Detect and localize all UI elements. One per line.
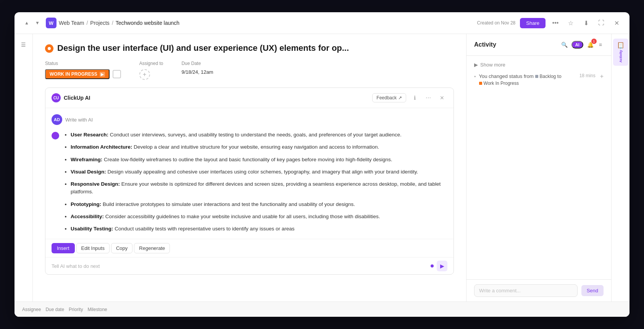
edit-inputs-button[interactable]: Edit Inputs: [76, 243, 110, 253]
nav-down-button[interactable]: ▼: [33, 18, 42, 28]
ai-panel-header: CU ClickUp AI Feedback ↗ ℹ ⋯ ✕: [45, 88, 454, 108]
created-text: Created on Nov 28: [477, 20, 516, 26]
ai-input-row: ▶: [45, 257, 454, 274]
workspace-avatar: W: [46, 18, 56, 28]
status-dot-orange: [479, 82, 482, 85]
activity-header: Activity 🔍 AI 🔔 1 ≡: [466, 34, 611, 56]
list-item: Wireframing: Create low-fidelity wirefra…: [71, 156, 447, 164]
activity-change-text: You changed status from: [479, 73, 534, 79]
show-more-button[interactable]: ▶ Show more: [474, 60, 604, 69]
close-button[interactable]: ✕: [611, 18, 622, 28]
activity-add-button[interactable]: +: [600, 73, 604, 80]
modal-header: ▲ ▼ W Web Team / Projects / Techwondo we…: [15, 12, 629, 34]
ai-content-row: User Research: Conduct user interviews, …: [52, 131, 447, 233]
star-button[interactable]: ☆: [565, 18, 576, 28]
regenerate-button[interactable]: Regenerate: [134, 243, 170, 253]
activity-item-content: You changed status from Backlog to Work …: [479, 73, 576, 87]
left-sidebar: ☰: [15, 34, 33, 301]
ai-info-button[interactable]: ℹ: [409, 92, 420, 103]
activity-body: ▶ Show more • You changed status from Ba…: [466, 56, 611, 279]
add-assignee-button[interactable]: +: [139, 69, 150, 80]
breadcrumb-text: Web Team / Projects / Techwondo website …: [59, 20, 179, 26]
show-more-label: Show more: [480, 62, 505, 68]
assignee-group: Assigned to +: [139, 61, 163, 80]
bottom-milestone: Milestone: [87, 307, 107, 312]
show-more-arrow: ▶: [474, 62, 478, 68]
bottom-assignee: Assignee: [22, 307, 41, 312]
activity-time: 18 mins: [579, 73, 596, 78]
ai-input-indicator: [431, 264, 434, 267]
activity-side-label: Activity: [619, 50, 623, 63]
task-title-text: Design the user interface (UI) and user …: [57, 43, 349, 53]
activity-bell-count: 1: [591, 39, 597, 44]
activity-side-button[interactable]: 📋 Activity: [613, 39, 628, 66]
comment-area: Send: [466, 279, 611, 301]
status-dot-grey: [535, 75, 538, 78]
ai-indicator-dot: [52, 132, 59, 139]
ai-user-avatar: AD: [52, 114, 62, 125]
breadcrumb-sep1: /: [86, 20, 88, 26]
download-button[interactable]: ⬇: [581, 18, 591, 28]
list-item: User Research: Conduct user interviews, …: [71, 131, 447, 139]
nav-up-button[interactable]: ▲: [22, 18, 31, 28]
activity-item: • You changed status from Backlog to Wor…: [474, 69, 604, 91]
ai-input-field[interactable]: [52, 263, 428, 269]
activity-ai-badge[interactable]: AI: [571, 41, 583, 49]
list-item: Accessibility: Consider accessibility gu…: [71, 213, 447, 220]
status-arrow-icon: ▶: [100, 72, 105, 77]
breadcrumb-page[interactable]: Techwondo website launch: [116, 20, 179, 26]
modal-body: ☰ Design the user interface (UI) and use…: [15, 34, 629, 301]
activity-panel: Activity 🔍 AI 🔔 1 ≡ ▶ Show more: [466, 34, 611, 301]
ai-items-list: User Research: Conduct user interviews, …: [64, 131, 447, 233]
ai-close-button[interactable]: ✕: [437, 92, 447, 103]
ai-title: ClickUp AI: [64, 95, 369, 101]
breadcrumb-sep2: /: [112, 20, 113, 26]
ai-toolbar: Insert Edit Inputs Copy Regenerate: [45, 239, 454, 257]
status-badge[interactable]: WORK IN PROGRESS ▶: [45, 69, 110, 79]
task-check-box[interactable]: [113, 70, 121, 78]
activity-search-button[interactable]: 🔍: [560, 40, 569, 49]
list-item: Prototyping: Build interactive prototype…: [71, 201, 447, 208]
task-title-row: Design the user interface (UI) and user …: [45, 43, 454, 53]
due-date-label: Due Date: [181, 61, 213, 66]
sidebar-panel-toggle[interactable]: ☰: [18, 39, 30, 51]
insert-button[interactable]: Insert: [52, 243, 75, 253]
more-options-button[interactable]: •••: [550, 18, 561, 28]
breadcrumb-workspace[interactable]: Web Team: [59, 20, 84, 26]
breadcrumb-projects[interactable]: Projects: [90, 20, 110, 26]
main-content: Design the user interface (UI) and user …: [33, 34, 466, 301]
activity-title: Activity: [474, 41, 557, 48]
list-item: Information Architecture: Develop a clea…: [71, 143, 447, 151]
header-right: Created on Nov 28 Share ••• ☆ ⬇ ⛶ ✕: [477, 18, 622, 28]
activity-from-label: Backlog: [540, 73, 556, 80]
ai-write-label: Write with AI: [65, 117, 93, 123]
expand-button[interactable]: ⛶: [596, 18, 607, 28]
ai-send-button[interactable]: ▶: [437, 261, 447, 271]
send-comment-button[interactable]: Send: [581, 285, 604, 296]
list-item: Usability Testing: Conduct usability tes…: [71, 225, 447, 233]
assigned-label: Assigned to: [139, 61, 163, 66]
share-button[interactable]: Share: [520, 18, 546, 28]
breadcrumb: W Web Team / Projects / Techwondo websit…: [46, 18, 473, 28]
feedback-label: Feedback: [376, 95, 397, 100]
nav-arrows: ▲ ▼: [22, 18, 42, 28]
status-label: Status: [45, 61, 121, 66]
task-status-icon: [45, 44, 53, 53]
ai-more-button[interactable]: ⋯: [423, 92, 434, 103]
feedback-external-icon: ↗: [398, 95, 402, 100]
task-modal: ▲ ▼ W Web Team / Projects / Techwondo we…: [15, 12, 629, 317]
due-date-group: Due Date 9/18/24, 12am: [181, 61, 213, 75]
activity-filter-button[interactable]: ≡: [597, 40, 604, 49]
bottom-due-date: Due date: [45, 307, 64, 312]
bottom-priority: Priority: [69, 307, 83, 312]
ai-write-header: AD Write with AI: [52, 114, 447, 125]
activity-to-label: Work In Progress: [484, 80, 519, 87]
list-item: Responsive Design: Ensure your website i…: [71, 180, 447, 196]
activity-to-status: Work In Progress: [479, 80, 519, 87]
copy-button[interactable]: Copy: [111, 243, 132, 253]
feedback-button[interactable]: Feedback ↗: [372, 93, 406, 102]
activity-bell-wrapper: 🔔 1: [586, 40, 595, 49]
list-item: Visual Design: Design visually appealing…: [71, 168, 447, 176]
comment-input[interactable]: [474, 284, 578, 297]
bottom-bar: Assignee Due date Priority Milestone: [15, 301, 629, 317]
